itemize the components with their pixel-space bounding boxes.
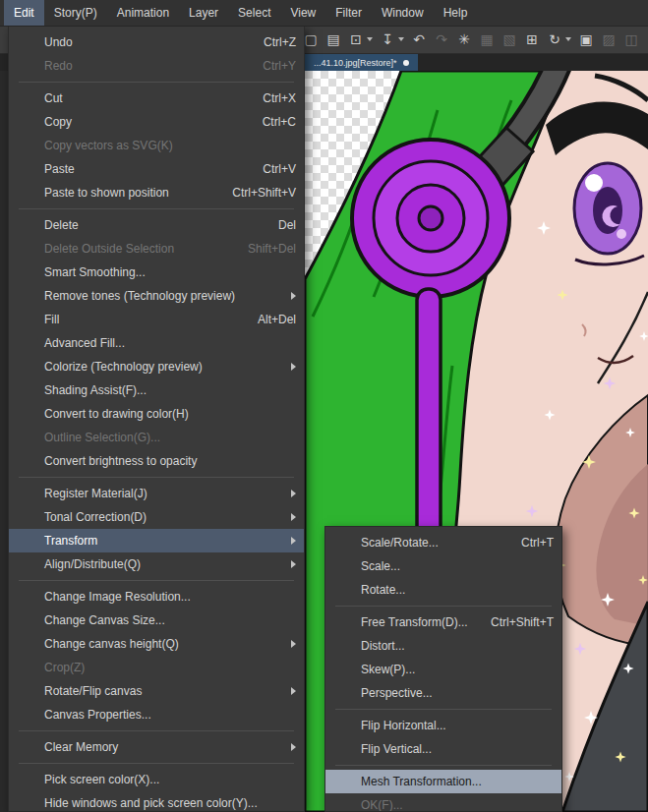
menu-item-label: Convert brightness to opacity	[44, 454, 197, 468]
grid-view-icon[interactable]: ⊞	[522, 29, 542, 49]
menu-item-label: Distort...	[361, 639, 405, 653]
menu-item-copy-vectors-as-svg-k: Copy vectors as SVG(K)	[9, 134, 304, 157]
menu-item-hide-windows-and-pick-screen-color-y[interactable]: Hide windows and pick screen color(Y)...	[9, 791, 304, 812]
menu-item-flip-vertical[interactable]: Flip Vertical...	[325, 737, 561, 761]
menu-item-colorize-technology-preview[interactable]: Colorize (Technology preview)	[9, 355, 304, 378]
menubar-item-help[interactable]: Help	[434, 0, 478, 26]
menu-item-perspective[interactable]: Perspective...	[325, 681, 561, 705]
menubar-item-select[interactable]: Select	[228, 0, 280, 26]
submenu-arrow-icon	[291, 687, 296, 695]
menu-item-paste-to-shown-position[interactable]: Paste to shown positionCtrl+Shift+V	[9, 181, 304, 204]
menu-item-flip-horizontal[interactable]: Flip Horizontal...	[325, 714, 561, 737]
edit-menu: UndoCtrl+ZRedoCtrl+YCutCtrl+XCopyCtrl+CC…	[8, 26, 305, 812]
menu-item-copy[interactable]: CopyCtrl+C	[9, 110, 304, 134]
menu-item-paste[interactable]: PasteCtrl+V	[9, 157, 304, 181]
menu-item-fill[interactable]: FillAlt+Del	[9, 308, 304, 331]
menu-item-delete-outside-selection: Delete Outside SelectionShift+Del	[9, 237, 304, 261]
submenu-arrow-icon	[291, 363, 296, 371]
undo-icon[interactable]: ↶	[409, 29, 429, 49]
menu-item-tonal-correction-d[interactable]: Tonal Correction(D)	[9, 505, 304, 529]
menu-item-label: Change Canvas Size...	[44, 613, 165, 627]
menu-item-label: Convert to drawing color(H)	[44, 407, 189, 421]
menu-item-label: Outline Selection(G)...	[44, 431, 160, 444]
save-export-icon[interactable]: ⊡	[346, 29, 366, 49]
open-file-icon[interactable]: ▤	[324, 29, 343, 49]
menu-item-pick-screen-color-x[interactable]: Pick screen color(X)...	[9, 768, 304, 791]
menu-item-label: Perspective...	[361, 686, 433, 700]
menubar-item-view[interactable]: View	[280, 0, 325, 26]
menu-item-label: Clear Memory	[44, 740, 118, 754]
menu-item-remove-tones-technology-preview[interactable]: Remove tones (Technology preview)	[9, 284, 304, 308]
submenu-arrow-icon	[291, 513, 296, 521]
menu-item-convert-brightness-to-opacity[interactable]: Convert brightness to opacity	[9, 449, 304, 473]
menu-item-rotate[interactable]: Rotate...	[325, 578, 561, 602]
menu-item-change-image-resolution[interactable]: Change Image Resolution...	[9, 585, 304, 609]
menubar-item-window[interactable]: Window	[372, 0, 434, 26]
menu-item-label: Delete	[44, 218, 79, 232]
menu-item-shortcut: Ctrl+C	[263, 115, 296, 129]
submenu-arrow-icon	[291, 560, 296, 568]
menubar-item-edit[interactable]: Edit	[4, 0, 44, 26]
menu-item-align-distribute-q[interactable]: Align/Distribute(Q)	[9, 552, 304, 576]
menu-item-shortcut: Del	[278, 218, 296, 232]
menu-item-shortcut: Ctrl+Y	[263, 59, 296, 73]
rotate-view-dropdown-caret-icon[interactable]	[565, 37, 571, 41]
menu-item-change-canvas-size[interactable]: Change Canvas Size...	[9, 609, 304, 632]
print-icon[interactable]: ↧	[378, 29, 397, 49]
menu-separator	[19, 208, 294, 209]
menu-item-delete[interactable]: DeleteDel	[9, 213, 304, 237]
submenu-arrow-icon	[291, 292, 296, 300]
menu-item-mesh-transformation[interactable]: Mesh Transformation...	[325, 770, 561, 793]
menu-item-scale-rotate[interactable]: Scale/Rotate...Ctrl+T	[325, 531, 561, 554]
menu-item-label: Hide windows and pick screen color(Y)...	[44, 796, 258, 810]
menu-item-label: Change canvas height(Q)	[44, 637, 179, 651]
menu-item-label: Register Material(J)	[44, 487, 147, 500]
menu-item-skew-p[interactable]: Skew(P)...	[325, 658, 561, 681]
menubar-item-animation[interactable]: Animation	[107, 0, 179, 26]
menu-item-shortcut: Alt+Del	[258, 313, 296, 326]
menu-item-label: Mesh Transformation...	[361, 775, 482, 788]
menu-item-label: Paste to shown position	[44, 186, 169, 200]
menu-item-label: Flip Vertical...	[361, 742, 432, 756]
menu-item-shortcut: Ctrl+Shift+V	[232, 186, 296, 200]
document-tab[interactable]: ...41.10.jpg[Restore]*	[305, 54, 418, 71]
menu-item-shortcut: Ctrl+T	[521, 536, 554, 550]
menu-item-clear-memory[interactable]: Clear Memory	[9, 735, 304, 759]
menu-item-convert-to-drawing-color-h[interactable]: Convert to drawing color(H)	[9, 402, 304, 426]
menu-item-label: Copy vectors as SVG(K)	[44, 139, 173, 152]
menubar-item-filter[interactable]: Filter	[325, 0, 372, 26]
menu-item-cut[interactable]: CutCtrl+X	[9, 87, 304, 110]
menu-item-distort[interactable]: Distort...	[325, 634, 561, 658]
menu-item-free-transform-d[interactable]: Free Transform(D)...Ctrl+Shift+T	[325, 610, 561, 634]
menu-separator	[335, 606, 552, 607]
menu-item-rotate-flip-canvas[interactable]: Rotate/Flip canvas	[9, 679, 304, 703]
menu-separator	[335, 709, 552, 710]
menu-item-register-material-j[interactable]: Register Material(J)	[9, 482, 304, 505]
menu-item-label: Flip Horizontal...	[361, 719, 446, 732]
print-dropdown-caret-icon[interactable]	[398, 37, 404, 41]
save-export-dropdown-caret-icon[interactable]	[367, 37, 373, 41]
rotate-view-icon[interactable]: ↻	[545, 29, 564, 49]
menu-item-canvas-properties[interactable]: Canvas Properties...	[9, 703, 304, 726]
menu-item-label: Advanced Fill...	[44, 336, 125, 350]
menu-item-label: Redo	[44, 59, 73, 73]
menubar-item-story-p[interactable]: Story(P)	[44, 0, 107, 26]
menu-item-shading-assist-f[interactable]: Shading Assist(F)...	[9, 378, 304, 402]
menu-item-label: Tonal Correction(D)	[44, 510, 147, 524]
menu-item-undo[interactable]: UndoCtrl+Z	[9, 30, 304, 54]
crop-frame-icon[interactable]: ▣	[576, 29, 596, 49]
menu-item-label: Undo	[44, 35, 73, 49]
menu-separator	[19, 730, 294, 731]
menu-item-label: Transform	[44, 534, 97, 548]
menu-item-label: Copy	[44, 115, 72, 129]
menu-item-smart-smoothing[interactable]: Smart Smoothing...	[9, 261, 304, 284]
menu-item-advanced-fill[interactable]: Advanced Fill...	[9, 331, 304, 355]
menu-item-scale[interactable]: Scale...	[325, 554, 561, 578]
menu-item-change-canvas-height-q[interactable]: Change canvas height(Q)	[9, 632, 304, 656]
menubar-item-layer[interactable]: Layer	[179, 0, 228, 26]
menu-item-label: Rotate/Flip canvas	[44, 684, 142, 698]
menu-item-label: Canvas Properties...	[44, 708, 151, 722]
special-brush-icon[interactable]: ✳	[454, 29, 474, 49]
menu-item-transform[interactable]: Transform	[9, 529, 304, 552]
menu-item-crop-z: Crop(Z)	[9, 656, 304, 679]
